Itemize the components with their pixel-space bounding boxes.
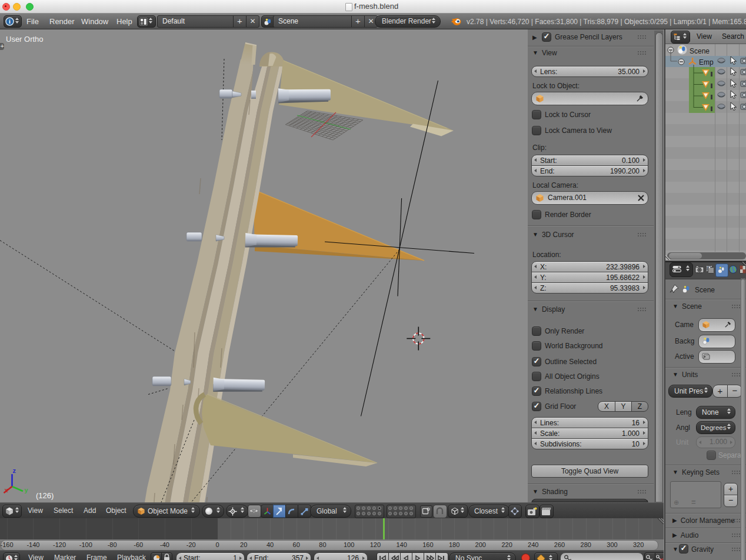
svg-text:y: y (25, 486, 29, 494)
svg-text:z: z (13, 467, 16, 474)
svg-text:i: i (9, 18, 11, 25)
svg-text:x: x (5, 486, 9, 494)
